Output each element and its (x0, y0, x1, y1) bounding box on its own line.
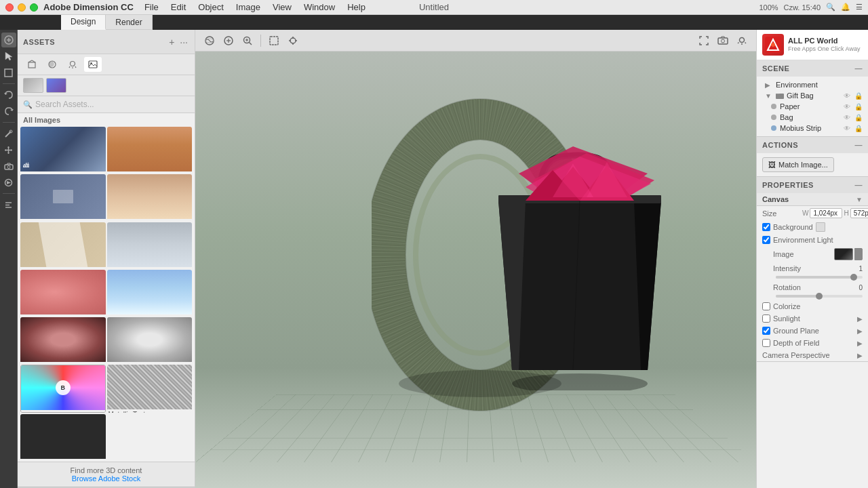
canvas-width-input[interactable] (810, 208, 842, 218)
orbit-tool-btn[interactable] (201, 33, 218, 49)
assets-add-btn[interactable]: + (167, 35, 176, 49)
paper-eye-icon[interactable]: 👁 (844, 103, 850, 110)
giftbag-lock-icon[interactable]: 🔒 (854, 92, 863, 100)
scene-item-giftbag[interactable]: ▼ Gift Bag 👁 🔒 (757, 90, 868, 101)
tab-lights[interactable] (64, 57, 81, 72)
scene-item-environment[interactable]: ▶ Environment (757, 79, 868, 90)
search-icon[interactable]: 🔍 (826, 3, 835, 12)
dof-expand[interactable]: ▶ (857, 340, 863, 347)
actions-header[interactable]: ACTIONS — (757, 137, 868, 153)
image-item-desert[interactable]: Desert Backdrop (107, 127, 193, 173)
tab-materials[interactable] (43, 57, 61, 72)
background-color-swatch[interactable] (816, 222, 825, 232)
camera-expand[interactable]: ▶ (857, 352, 863, 359)
background-checkbox[interactable] (762, 223, 770, 231)
frame-tool-btn[interactable] (1, 65, 16, 80)
mobius-lock-icon[interactable]: 🔒 (854, 125, 863, 132)
bag-lock-icon[interactable]: 🔒 (854, 114, 863, 121)
add-tool-btn[interactable] (1, 33, 16, 47)
image-item-brand[interactable]: B Brand Logo (20, 365, 106, 412)
mobius-eye-icon[interactable]: 👁 (844, 125, 850, 132)
dof-checkbox[interactable] (762, 339, 770, 347)
preview-thumb-2[interactable] (46, 78, 66, 93)
bag-object[interactable] (485, 119, 675, 390)
env-light-checkbox[interactable] (762, 236, 770, 244)
render-btn[interactable] (1, 175, 16, 190)
intensity-thumb[interactable] (850, 274, 857, 281)
viewport[interactable] (195, 52, 756, 488)
giftbag-eye-icon[interactable]: 👁 (844, 92, 850, 100)
image-item-city[interactable]: 🏙 City Backdrop (20, 127, 106, 173)
image-item-overcast[interactable]: Overcast Gradient (107, 222, 193, 268)
ground-plane-checkbox[interactable] (762, 327, 770, 335)
traffic-lights[interactable] (5, 3, 38, 12)
fit-view-btn[interactable] (695, 33, 713, 49)
canvas-expand-icon[interactable]: ▼ (856, 196, 863, 203)
scene-item-paper[interactable]: Paper 👁 🔒 (757, 101, 868, 112)
scene-item-mobius[interactable]: Mobius Strip 👁 🔒 (757, 123, 868, 134)
maximize-button[interactable] (30, 3, 38, 12)
paint-brush-btn[interactable] (1, 126, 16, 141)
tab-design[interactable]: Design (61, 15, 106, 30)
menu-view[interactable]: View (267, 1, 297, 14)
colorize-checkbox[interactable] (762, 302, 770, 310)
light-view-btn[interactable] (733, 33, 751, 49)
image-picker-btn[interactable] (854, 248, 863, 260)
menu-edit[interactable]: Edit (165, 1, 191, 14)
canvas-subsection-header[interactable]: Canvas ▼ (757, 193, 868, 206)
image-item-metallic[interactable]: Metallic Texture (107, 365, 193, 412)
match-image-button[interactable]: 🖼 Match Image... (762, 157, 834, 172)
menu-object[interactable]: Object (193, 1, 229, 14)
browse-adobe-stock-link[interactable]: Browse Adobe Stock (23, 474, 189, 483)
rotation-slider-track[interactable] (776, 295, 863, 298)
paper-lock-icon[interactable]: 🔒 (854, 103, 863, 110)
sunlight-expand[interactable]: ▶ (857, 315, 863, 323)
image-item-painterly[interactable]: Painterly Gradient (20, 270, 106, 316)
select-tool-btn[interactable] (1, 49, 16, 64)
move-btn[interactable] (1, 142, 16, 157)
image-item-table[interactable]: Table (107, 174, 193, 220)
preview-thumb-1[interactable] (23, 78, 43, 93)
camera-view-btn[interactable] (714, 33, 732, 49)
scene-collapse-icon[interactable]: — (855, 64, 863, 73)
align-btn[interactable] (1, 197, 16, 212)
camera-btn[interactable] (1, 159, 16, 174)
sunlight-checkbox[interactable] (762, 314, 770, 323)
image-item-sunlight[interactable]: Sunlight Gradient (107, 270, 193, 316)
assets-more-btn[interactable]: ··· (178, 35, 189, 49)
properties-header[interactable]: PROPERTIES — (757, 177, 868, 193)
scene-item-bag[interactable]: Bag 👁 🔒 (757, 112, 868, 123)
pan-tool-btn[interactable] (220, 33, 237, 49)
search-input[interactable] (35, 100, 189, 109)
image-item-wood[interactable]: Wood Table (20, 222, 106, 268)
rotation-thumb[interactable] (816, 293, 823, 300)
zoom-tool-btn[interactable] (239, 33, 256, 49)
image-preview-swatch[interactable] (834, 248, 853, 260)
notifications-icon[interactable]: 🔔 (841, 3, 850, 12)
image-item-gallery[interactable]: Gallery (20, 174, 106, 220)
menu-file[interactable]: File (139, 1, 164, 14)
ad-banner[interactable]: ALL PC World Free Apps One Click Away (757, 30, 868, 60)
menu-help[interactable]: Help (342, 1, 371, 14)
ground-plane-expand[interactable]: ▶ (857, 327, 863, 335)
frame-selection-btn[interactable] (265, 33, 283, 49)
minimize-button[interactable] (18, 3, 26, 12)
bag-eye-icon[interactable]: 👁 (844, 114, 850, 121)
actions-collapse-icon[interactable]: — (855, 141, 863, 149)
image-item-vignette[interactable]: Vignette Gradient (107, 317, 193, 363)
intensity-slider-track[interactable] (776, 276, 863, 279)
scene-header[interactable]: SCENE — (757, 60, 868, 77)
menu-image[interactable]: Image (231, 1, 266, 14)
snap-btn[interactable] (284, 33, 302, 49)
properties-collapse-icon[interactable]: — (855, 181, 863, 189)
close-button[interactable] (5, 3, 14, 12)
undo-btn[interactable] (1, 87, 16, 102)
menu-window[interactable]: Window (298, 1, 340, 14)
image-item-tunnel[interactable]: Tunnel Gradient (20, 317, 106, 363)
tab-3d-models[interactable] (23, 57, 41, 72)
canvas-height-input[interactable] (850, 208, 868, 218)
redo-btn[interactable] (1, 104, 16, 119)
menu-icon[interactable]: ☰ (856, 3, 863, 12)
tab-images[interactable] (84, 57, 102, 72)
image-item-roughness[interactable]: Roughness Texture (20, 414, 106, 460)
